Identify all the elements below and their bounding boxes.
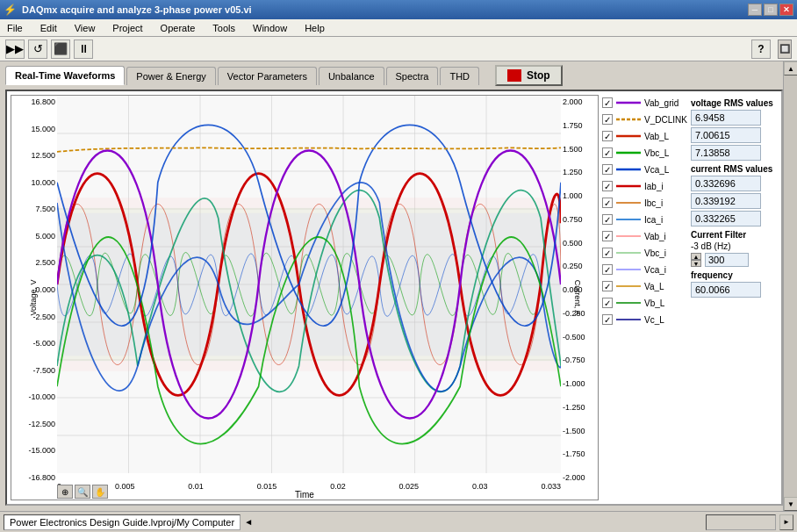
legend-checkbox-13[interactable]	[602, 314, 613, 325]
legend-item: Vab_L	[602, 128, 687, 144]
status-right	[706, 514, 776, 530]
close-button[interactable]: ✕	[779, 4, 793, 16]
legend-line-1	[616, 113, 641, 126]
tab-thd[interactable]: THD	[440, 67, 479, 85]
legend-item: Ibc_i	[602, 195, 687, 211]
legend-label-11: Va_L	[644, 282, 664, 291]
filter-input[interactable]	[705, 253, 749, 267]
legend-checkbox-4[interactable]	[602, 164, 613, 175]
legend-checkbox-1[interactable]	[602, 114, 613, 125]
legend-item: Vca_L	[602, 162, 687, 177]
run-continuously-button[interactable]: ↺	[28, 40, 47, 59]
legend-checkbox-7[interactable]	[602, 214, 613, 225]
legend-item: Ica_i	[602, 212, 687, 227]
stop-button[interactable]: Stop	[495, 65, 563, 86]
tab-power[interactable]: Power & Energy	[126, 67, 215, 85]
current-rms-3: 0.332265	[691, 211, 761, 226]
zoom-in-button[interactable]: ⊕	[57, 485, 73, 499]
legend-line-5	[616, 180, 641, 192]
legend-label-3: Vbc_L	[644, 148, 669, 158]
stop-icon	[507, 69, 521, 82]
toolbar: ▶▶ ↺ ⬛ ⏸ ? 🔲	[0, 37, 797, 61]
legend-checkbox-12[interactable]	[602, 298, 613, 308]
tab-vector[interactable]: Vector Parameters	[218, 67, 317, 85]
chart-tools: ⊕ 🔍 ✋	[57, 484, 108, 500]
run-button[interactable]: ▶▶	[5, 40, 25, 59]
legend-line-11	[616, 280, 641, 292]
main-panel: Voltage, V 16.800 15.000 12.500 10.000 7…	[5, 90, 783, 506]
menu-tools[interactable]: Tools	[209, 21, 239, 35]
tab-realtime[interactable]: Real-Time Waveforms	[5, 66, 125, 85]
legend-checkbox-10[interactable]	[602, 264, 613, 275]
zoom-out-button[interactable]: 🔍	[75, 485, 90, 499]
menu-operate[interactable]: Operate	[157, 21, 199, 35]
filter-row: ▲ ▼	[691, 253, 778, 267]
legend-checkbox-11[interactable]	[602, 281, 613, 291]
menu-edit[interactable]: Edit	[37, 21, 61, 35]
legend-line-10	[616, 263, 641, 276]
maximize-button[interactable]: □	[764, 4, 778, 16]
legend-item: Vab_i	[602, 228, 687, 244]
legend-line-13	[616, 313, 641, 326]
legend-label-0: Vab_grid	[644, 98, 679, 108]
legend-line-8	[616, 230, 641, 242]
legend-checkbox-3[interactable]	[602, 147, 613, 158]
legend-checkbox-8[interactable]	[602, 231, 613, 241]
legend-label-9: Vbc_i	[644, 248, 666, 258]
menu-view[interactable]: View	[71, 21, 99, 35]
legend-label-13: Vc_L	[644, 315, 664, 325]
help-button[interactable]: ?	[751, 40, 771, 59]
tab-spectra[interactable]: Spectra	[386, 67, 439, 85]
menu-bar: File Edit View Project Operate Tools Win…	[0, 19, 797, 37]
legend-area: Vab_gridV_DCLINKVab_LVbc_LVca_LIab_iIbc_…	[602, 95, 687, 500]
window-title: DAQmx acquire and analyze 3-phase power …	[22, 4, 748, 15]
main-inner: Real-Time Waveforms Power & Energy Vecto…	[0, 61, 783, 511]
legend-checkbox-9[interactable]	[602, 248, 613, 258]
status-bar: Power Electronics Design Guide.lvproj/My…	[0, 511, 797, 532]
legend-checkbox-5[interactable]	[602, 181, 613, 191]
minimize-button[interactable]: ─	[748, 4, 762, 16]
abort-button[interactable]: ⬛	[51, 40, 70, 59]
x-axis-title: Time	[295, 490, 314, 500]
freq-value: 60.0066	[691, 282, 761, 298]
status-arrow: ◄	[244, 517, 253, 527]
legend-line-9	[616, 247, 641, 259]
tab-unbalance[interactable]: Unbalance	[319, 67, 384, 85]
menu-help[interactable]: Help	[301, 21, 328, 35]
legend-item: Iab_i	[602, 178, 687, 194]
pan-button[interactable]: ✋	[92, 485, 108, 499]
legend-item: Vb_L	[602, 295, 687, 311]
tab-bar: Real-Time Waveforms Power & Energy Vecto…	[5, 65, 783, 86]
legend-line-2	[616, 130, 641, 142]
main-wrapper: Real-Time Waveforms Power & Energy Vecto…	[0, 61, 797, 511]
legend-label-12: Vb_L	[644, 298, 664, 308]
y-left-labels: 16.800 15.000 12.500 10.000 7.500 5.000 …	[11, 96, 57, 482]
current-rms-1: 0.332696	[691, 176, 761, 191]
spinner-up[interactable]: ▲	[691, 253, 701, 260]
vi-icon: 🔲	[778, 40, 792, 59]
menu-window[interactable]: Window	[249, 21, 291, 35]
chart-plot	[57, 96, 561, 473]
menu-project[interactable]: Project	[109, 21, 146, 35]
voltage-rms-1: 6.9458	[691, 110, 761, 126]
status-scroll-right[interactable]: ►	[779, 514, 793, 530]
right-scrollbar: ▲ ▼	[783, 61, 797, 511]
spinner-down[interactable]: ▼	[691, 260, 701, 267]
legend-line-12	[616, 297, 641, 309]
legend-checkbox-6[interactable]	[602, 198, 613, 208]
legend-label-7: Ica_i	[644, 215, 663, 225]
legend-checkbox-0[interactable]	[602, 97, 613, 108]
legend-checkbox-2[interactable]	[602, 131, 613, 141]
pause-button[interactable]: ⏸	[74, 40, 93, 59]
filter-spinner[interactable]: ▲ ▼	[691, 253, 701, 267]
legend-values-area: Vab_gridV_DCLINKVab_LVbc_LVca_LIab_iIbc_…	[602, 95, 778, 500]
chart-area: Voltage, V 16.800 15.000 12.500 10.000 7…	[11, 95, 599, 500]
scroll-up-button[interactable]: ▲	[784, 61, 797, 75]
menu-file[interactable]: File	[4, 21, 26, 35]
y-right-labels: 2.000 1.750 1.500 1.250 1.000 0.750 0.50…	[561, 96, 598, 482]
voltage-rms-3: 7.13858	[691, 145, 761, 161]
legend-label-4: Vca_L	[644, 165, 669, 175]
status-text: Power Electronics Design Guide.lvproj/My…	[4, 514, 241, 530]
legend-item: Vbc_i	[602, 245, 687, 261]
scroll-down-button[interactable]: ▼	[784, 497, 797, 511]
